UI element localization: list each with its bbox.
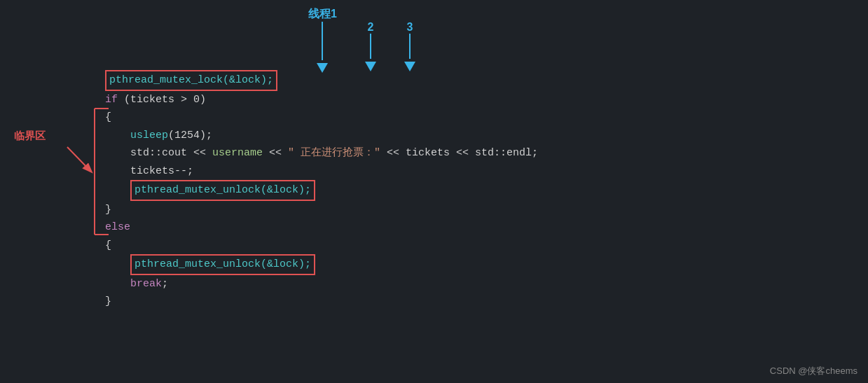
code-line-3: { (105, 109, 868, 127)
thread-3-arrow-shaft (409, 34, 411, 59)
code-line-2: if (tickets > 0) (105, 91, 868, 109)
code-line-5: std::cout << username << " 正在进行抢票：" << t… (105, 144, 868, 162)
watermark: CSDN @侠客cheems (770, 365, 857, 377)
critical-section-label: 临界区 (14, 130, 46, 143)
thread-3-label: 3 (404, 21, 415, 71)
code-area: pthread_mutex_lock(&lock); if (tickets >… (105, 70, 868, 362)
thread-2-label: 2 (365, 21, 376, 71)
thread-labels: 线程1 2 3 (308, 7, 415, 73)
mutex-lock-call: pthread_mutex_lock(&lock); (105, 70, 277, 91)
code-line-4: usleep(1254); (105, 127, 868, 145)
svg-line-3 (67, 147, 91, 172)
thread-1-label: 线程1 (308, 7, 337, 73)
thread-2-arrow-shaft (370, 34, 371, 59)
main-container: 线程1 2 3 pthread_mutex_lock(&lock); if (t… (0, 0, 868, 383)
code-line-10: { (105, 237, 868, 255)
code-line-9: else (105, 218, 868, 237)
code-line-1: pthread_mutex_lock(&lock); (105, 70, 868, 91)
code-line-8: } (105, 201, 868, 219)
code-line-11: pthread_mutex_unlock(&lock); (105, 254, 868, 275)
code-line-12: break; (105, 275, 868, 293)
thread-1-arrow-shaft (322, 22, 323, 60)
mutex-unlock-call-2: pthread_mutex_unlock(&lock); (130, 254, 315, 275)
code-line-7: pthread_mutex_unlock(&lock); (105, 180, 868, 201)
mutex-unlock-call-1: pthread_mutex_unlock(&lock); (130, 180, 315, 201)
code-line-6: tickets--; (105, 162, 868, 181)
code-line-13: } (105, 293, 868, 311)
